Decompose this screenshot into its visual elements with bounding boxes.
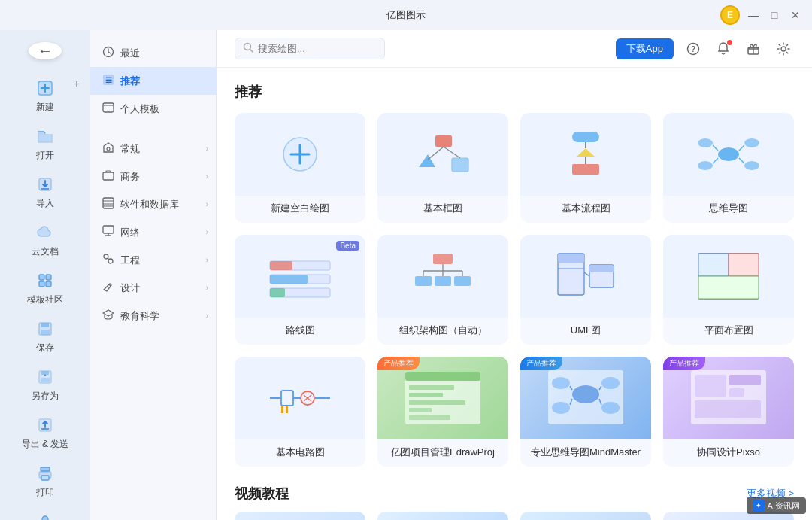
video-card-1[interactable] <box>235 512 365 520</box>
template-card-routemap[interactable]: Beta 路线图 <box>235 235 365 345</box>
nav-item-business[interactable]: 商务 › <box>90 163 216 190</box>
bell-button[interactable] <box>713 38 734 59</box>
svg-rect-54 <box>452 158 468 172</box>
svg-rect-99 <box>281 391 293 406</box>
video-card-2[interactable] <box>377 512 508 520</box>
nav-item-recommend[interactable]: ☰ 推荐 <box>90 67 216 95</box>
new-plus-icon[interactable]: + <box>74 78 80 90</box>
template-label-uml: UML图 <box>520 318 651 345</box>
nav-item-network[interactable]: 网络 › <box>90 218 216 246</box>
software-db-chevron-icon: › <box>206 200 208 208</box>
template-card-uml[interactable]: UML图 <box>520 235 651 345</box>
minimize-button[interactable]: — <box>746 8 761 23</box>
svg-line-55 <box>428 147 444 160</box>
template-label-new-blank: 新建空白绘图 <box>235 196 365 223</box>
svg-rect-96 <box>698 276 759 299</box>
template-card-new-blank[interactable]: 新建空白绘图 <box>235 113 365 223</box>
cloud-icon <box>35 222 56 243</box>
nav-item-design[interactable]: 设计 › <box>90 274 216 302</box>
template-card-circuit[interactable]: 基本电路图 <box>235 357 365 467</box>
network-chevron-icon: › <box>206 228 208 236</box>
svg-point-65 <box>744 138 759 147</box>
svg-text:+: + <box>44 373 47 377</box>
sidebar-item-open-label: 打开 <box>36 149 54 162</box>
nav-item-education[interactable]: 教育科学 › <box>90 302 216 330</box>
watermark: ✦ AI资讯网 <box>747 497 806 514</box>
nav-item-engineering[interactable]: 工程 › <box>90 246 216 274</box>
template-card-pixso[interactable]: 产品推荐 协同设计Pixso <box>663 357 794 467</box>
svg-rect-104 <box>281 406 283 413</box>
sidebar-left-main-items: 新建 + 打开 <box>0 71 90 505</box>
content-area: 推荐 新建空白绘图 <box>217 68 812 520</box>
toolbar: 下载App ? <box>217 30 812 68</box>
nav-item-recent[interactable]: 最近 <box>90 39 216 67</box>
sidebar-item-account[interactable]: 账户 <box>0 505 90 520</box>
beta-badge: Beta <box>336 241 359 251</box>
nav-item-business-label: 商务 <box>120 170 140 184</box>
personal-icon <box>102 102 114 116</box>
edrawproj-product-badge: 产品推荐 <box>377 357 420 370</box>
nav-item-personal[interactable]: 个人模板 <box>90 95 216 123</box>
print-icon <box>35 463 56 484</box>
search-icon <box>243 42 253 55</box>
template-card-orgchart[interactable]: 组织架构图（自动） <box>377 235 508 345</box>
svg-rect-88 <box>558 254 584 263</box>
nav-item-recommend-label: 推荐 <box>120 75 140 88</box>
sidebar-item-import[interactable]: 导入 <box>0 168 90 216</box>
sidebar-item-saveas[interactable]: + 另存为 <box>0 360 90 409</box>
nav-item-software-db[interactable]: 软件和数据库 › <box>90 190 216 218</box>
maximize-button[interactable]: □ <box>767 8 782 23</box>
template-label-mindmap: 思维导图 <box>663 196 794 223</box>
sidebar-item-export[interactable]: 导出 & 发送 <box>0 409 90 457</box>
svg-line-70 <box>739 158 744 163</box>
video-card-3[interactable] <box>520 512 651 520</box>
svg-rect-108 <box>409 385 454 390</box>
sidebar-item-cloud[interactable]: 云文档 <box>0 216 90 264</box>
template-card-edrawproj[interactable]: 产品推荐 亿图项目管理EdrawProj <box>377 357 508 467</box>
svg-point-115 <box>552 377 570 389</box>
svg-line-40 <box>108 258 109 260</box>
svg-rect-15 <box>41 378 50 382</box>
search-box[interactable] <box>235 38 385 59</box>
business-chevron-icon: › <box>206 172 208 181</box>
template-card-mindmap[interactable]: 思维导图 <box>663 113 794 223</box>
close-button[interactable]: ✕ <box>788 8 803 23</box>
svg-point-118 <box>601 402 620 414</box>
window-controls: E — □ ✕ <box>720 5 803 25</box>
sidebar-item-print[interactable]: 打印 <box>0 457 90 505</box>
watermark-icon: ✦ <box>753 500 765 512</box>
engineering-chevron-icon: › <box>206 256 208 264</box>
sidebar-item-saveas-label: 另存为 <box>32 390 59 403</box>
sidebar-item-import-label: 导入 <box>36 197 54 210</box>
education-icon <box>102 309 114 323</box>
gift-button[interactable] <box>743 38 764 59</box>
sidebar-item-open[interactable]: 打开 <box>0 120 90 168</box>
sidebar-item-new[interactable]: 新建 + <box>0 71 90 120</box>
template-label-routemap: 路线图 <box>235 318 365 345</box>
template-card-mindmaster[interactable]: 产品推荐 专业思维导图MindMaster <box>520 357 651 467</box>
svg-point-66 <box>744 161 759 170</box>
settings-button[interactable] <box>773 38 794 59</box>
template-label-pixso: 协同设计Pixso <box>663 439 794 467</box>
template-card-basic-frame[interactable]: 基本框图 <box>377 113 508 223</box>
sidebar-item-save[interactable]: 保存 <box>0 312 90 360</box>
help-button[interactable]: ? <box>683 38 704 59</box>
design-chevron-icon: › <box>206 284 208 292</box>
search-input[interactable] <box>258 43 363 54</box>
sidebar-item-save-label: 保存 <box>36 342 54 354</box>
user-avatar[interactable]: E <box>720 5 740 25</box>
template-card-basic-flow[interactable]: 基本流程图 <box>520 113 651 223</box>
back-button[interactable]: ← <box>29 42 62 59</box>
svg-rect-112 <box>409 415 450 420</box>
svg-marker-53 <box>419 154 435 167</box>
template-card-layout[interactable]: 平面布置图 <box>663 235 794 345</box>
download-app-button[interactable]: 下载App <box>616 38 674 59</box>
sidebar-item-template-community[interactable]: 模板社区 <box>0 264 90 312</box>
svg-point-117 <box>552 402 570 414</box>
nav-item-general[interactable]: 常规 › <box>90 135 216 163</box>
template-label-mindmaster: 专业思维导图MindMaster <box>520 439 651 467</box>
saveas-icon: + <box>35 366 56 388</box>
svg-rect-12 <box>41 330 50 335</box>
svg-point-63 <box>698 138 713 147</box>
svg-point-29 <box>107 147 110 151</box>
